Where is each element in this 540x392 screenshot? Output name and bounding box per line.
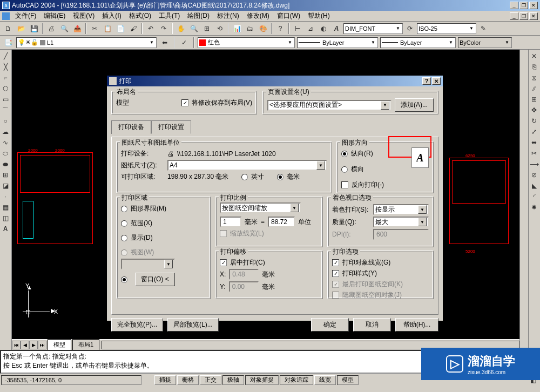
dc-icon[interactable]: 🗂 <box>244 23 256 35</box>
mdi-minimize[interactable]: _ <box>510 12 518 20</box>
add-page-setup-button[interactable]: 添加(A)... <box>395 98 434 112</box>
reverse-checkbox[interactable] <box>341 181 348 188</box>
copy-icon[interactable]: 📋 <box>102 23 113 35</box>
dim-update-icon[interactable]: ⟳ <box>404 23 416 35</box>
otrack-toggle[interactable]: 对象追踪 <box>280 375 313 385</box>
tab-print-settings[interactable]: 打印设置 <box>151 120 191 134</box>
ok-button[interactable]: 确定 <box>311 318 349 332</box>
line-icon[interactable]: ╱ <box>0 51 11 62</box>
landscape-radio[interactable] <box>341 166 348 173</box>
menu-draw[interactable]: 绘图(D) <box>184 10 213 22</box>
dim-text-icon[interactable]: A <box>330 23 342 35</box>
tab-next-icon[interactable]: ▶ <box>29 341 38 349</box>
scale-right-input[interactable]: 88.72 <box>268 217 295 227</box>
break-icon[interactable]: ⊘ <box>529 170 539 180</box>
array-icon[interactable]: ⊞ <box>529 94 539 105</box>
quality-combo[interactable]: 最大▼ <box>373 217 429 227</box>
rotate-icon[interactable]: ↻ <box>529 116 539 126</box>
window-button[interactable]: 窗口(O) < <box>135 273 175 286</box>
ellipse-icon[interactable]: ⬭ <box>0 148 11 159</box>
trim-icon[interactable]: ✂ <box>529 148 539 159</box>
opt-style-checkbox[interactable]: ✓ <box>332 270 339 277</box>
view-radio[interactable] <box>121 249 127 256</box>
osnap-toggle[interactable]: 对象捕捉 <box>245 375 279 385</box>
help-icon[interactable]: ? <box>274 23 286 35</box>
redo-icon[interactable]: ↷ <box>158 23 170 35</box>
polygon-icon[interactable]: ⬡ <box>0 83 11 94</box>
iso-combo[interactable]: ISO-25▼ <box>417 23 476 34</box>
dim-edit-icon[interactable]: ✎ <box>477 23 489 35</box>
extents-radio[interactable] <box>121 220 127 227</box>
scale-lw-checkbox[interactable] <box>220 230 227 237</box>
dim-linear-icon[interactable]: ⊢ <box>292 23 303 35</box>
dim-radius-icon[interactable]: ◐ <box>318 23 329 35</box>
rectangle-icon[interactable]: ▭ <box>0 94 11 105</box>
cut-icon[interactable]: ✂ <box>89 23 100 35</box>
cancel-button[interactable]: 取消 <box>353 318 391 332</box>
text-icon[interactable]: A <box>0 224 11 234</box>
stretch-icon[interactable]: ⬌ <box>529 137 539 148</box>
minimize-button[interactable]: _ <box>510 2 518 9</box>
color-combo[interactable]: 红色▼ <box>198 37 295 48</box>
zoom-prev-icon[interactable]: ⟲ <box>214 23 226 35</box>
spline-icon[interactable]: ∿ <box>0 137 11 148</box>
shade-combo[interactable]: 按显示▼ <box>373 204 429 215</box>
copy2-icon[interactable]: ⎘ <box>529 62 539 72</box>
mm-radio[interactable] <box>277 174 284 180</box>
dialog-close-icon[interactable]: ✕ <box>432 77 441 85</box>
help-button[interactable]: 帮助(H)... <box>395 318 438 332</box>
erase-icon[interactable]: ✕ <box>529 51 539 62</box>
lwt-toggle[interactable]: 线宽 <box>314 375 336 385</box>
dialog-help-icon[interactable]: ? <box>422 77 431 85</box>
offset-icon[interactable]: ⫽ <box>529 83 539 94</box>
model-toggle[interactable]: 模型 <box>337 375 359 385</box>
mdi-close[interactable]: ✕ <box>529 12 538 20</box>
explode-icon[interactable]: ✸ <box>529 202 539 213</box>
portrait-radio[interactable] <box>341 151 348 157</box>
match-icon[interactable]: 🖌 <box>127 23 139 35</box>
menu-dim[interactable]: 标注(N) <box>214 10 242 22</box>
limits-radio[interactable] <box>121 206 127 212</box>
hatch-icon[interactable]: ▦ <box>0 202 11 213</box>
lineweight-combo[interactable]: ByLayer▼ <box>380 37 456 48</box>
save-icon[interactable]: 💾 <box>28 23 40 35</box>
snap-toggle[interactable]: 捕捉 <box>154 375 176 385</box>
menu-view[interactable]: 视图(V) <box>70 10 98 22</box>
opt-lw-checkbox[interactable]: ✓ <box>332 259 339 266</box>
paste-icon[interactable]: 📄 <box>114 23 126 35</box>
mdi-restore[interactable]: ❐ <box>519 12 528 20</box>
zoom-win-icon[interactable]: ⊞ <box>201 23 213 35</box>
fillet-icon[interactable]: ◜ <box>529 191 539 202</box>
publish-icon[interactable]: 📤 <box>71 23 83 35</box>
circle-icon[interactable]: ○ <box>0 116 11 126</box>
layer-prev-icon[interactable]: ⬅ <box>159 37 171 49</box>
pan-icon[interactable]: ✋ <box>175 23 187 35</box>
region-icon[interactable]: ◫ <box>0 213 11 224</box>
xline-icon[interactable]: ╳ <box>0 62 11 72</box>
paper-size-combo[interactable]: A4▼ <box>167 160 327 171</box>
mirror-icon[interactable]: ⧖ <box>529 72 539 83</box>
menu-tools[interactable]: 工具(T) <box>156 10 183 22</box>
tab-print-device[interactable]: 打印设备 <box>111 120 151 134</box>
print-icon[interactable]: 🖨 <box>45 23 57 35</box>
make-current-icon[interactable]: ✓ <box>178 37 190 49</box>
layer-manager-icon[interactable]: 📑 <box>2 37 14 49</box>
inch-radio[interactable] <box>241 174 248 180</box>
insert-icon[interactable]: ⊞ <box>0 170 11 180</box>
v-scrollbar[interactable] <box>519 50 528 350</box>
open-icon[interactable]: 📂 <box>15 23 27 35</box>
plotstyle-combo[interactable]: ByColor▼ <box>458 37 512 48</box>
linetype-combo[interactable]: ByLayer▼ <box>297 37 378 48</box>
tool-palette-icon[interactable]: 🎨 <box>257 23 269 35</box>
menu-help[interactable]: 帮助(H) <box>305 10 333 22</box>
extend-icon[interactable]: ⟶ <box>529 159 539 170</box>
point-icon[interactable]: · <box>0 191 11 202</box>
tab-model[interactable]: 模型 <box>48 339 71 350</box>
revcloud-icon[interactable]: ☁ <box>0 126 11 137</box>
new-icon[interactable]: 🗋 <box>2 23 14 35</box>
arc-icon[interactable]: ⌒ <box>0 105 11 116</box>
page-setup-combo[interactable]: <选择要应用的页面设置>▼ <box>267 100 392 111</box>
dim-style-combo[interactable]: DIM_FONT▼ <box>343 23 403 34</box>
full-preview-button[interactable]: 完全预览(P)... <box>111 318 163 332</box>
display-radio[interactable] <box>121 235 127 241</box>
